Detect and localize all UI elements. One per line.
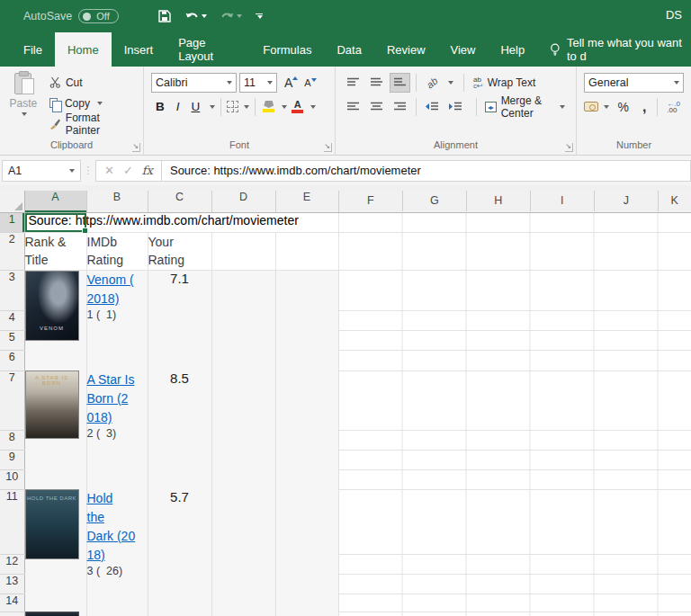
cell-poster-venom[interactable]: VENOM [24, 270, 86, 370]
empty-cells[interactable] [338, 310, 691, 330]
col-header-i[interactable]: I [531, 191, 595, 211]
align-center-button[interactable] [366, 97, 387, 117]
alignment-dialog-launcher[interactable]: ↘ [565, 143, 573, 152]
cut-button[interactable]: Cut [47, 73, 139, 92]
enter-button[interactable]: ✓ [123, 164, 133, 177]
col-header-h[interactable]: H [467, 191, 531, 211]
cell-d-block3[interactable] [211, 489, 275, 612]
tab-help[interactable]: Help [488, 32, 537, 67]
middle-align-button[interactable] [366, 73, 387, 93]
number-format-combo[interactable]: General [584, 73, 684, 93]
movie-link-venom[interactable]: Venom ( 2018) [87, 271, 148, 308]
row-header-9[interactable]: 9 [0, 450, 24, 469]
font-color-caret[interactable] [310, 105, 316, 109]
row-header-4[interactable]: 4 [0, 310, 24, 330]
cell-d-block2[interactable] [211, 370, 275, 489]
cell-a1[interactable]: Source: https://www.imdb.com/chart/movie… [24, 212, 338, 232]
font-size-combo[interactable]: 11 [239, 73, 277, 93]
name-box[interactable]: A1 [2, 160, 81, 182]
cell-rating-dark[interactable]: 5.7 [148, 489, 211, 612]
row-header-14[interactable]: 14 [0, 594, 24, 612]
copy-button[interactable]: Copy [47, 94, 139, 112]
grow-font-button[interactable]: A [280, 76, 297, 90]
customize-qat-button[interactable] [250, 12, 268, 22]
wrap-text-button[interactable]: abc↩ Wrap Text [470, 73, 539, 93]
font-dialog-launcher[interactable]: ↘ [324, 143, 332, 152]
italic-button[interactable]: I [172, 100, 184, 113]
empty-cells[interactable] [338, 574, 691, 594]
underline-button[interactable]: U [187, 100, 205, 113]
formula-input[interactable]: Source: https://www.imdb.com/chart/movie… [162, 160, 691, 182]
tab-data[interactable]: Data [324, 32, 373, 67]
shrink-font-button[interactable]: A [300, 77, 315, 88]
cancel-button[interactable]: ✕ [104, 164, 114, 177]
tab-home[interactable]: Home [55, 32, 112, 67]
save-button[interactable] [153, 6, 176, 26]
row-header-2[interactable]: 2 [0, 232, 24, 270]
col-header-e[interactable]: E [275, 191, 338, 212]
bottom-align-button[interactable] [390, 73, 410, 93]
orientation-button[interactable]: ab [422, 73, 443, 93]
font-name-combo[interactable]: Calibri [151, 73, 237, 93]
tab-insert[interactable]: Insert [112, 32, 166, 67]
empty-cells[interactable] [338, 612, 691, 616]
empty-cells[interactable] [338, 370, 691, 430]
tab-view[interactable]: View [438, 32, 489, 67]
col-header-d[interactable]: D [211, 191, 275, 212]
merge-center-caret[interactable] [560, 105, 565, 109]
row-header-6[interactable]: 6 [0, 350, 24, 370]
cell-e-block1[interactable] [275, 270, 338, 370]
comma-style-button[interactable]: , [637, 99, 651, 115]
row-header-8[interactable]: 8 [0, 430, 24, 450]
cell-d15[interactable] [211, 612, 275, 616]
row-header-11[interactable]: 11 [0, 489, 24, 554]
accounting-format-icon[interactable] [584, 102, 598, 112]
merge-center-button[interactable]: Merge & Center [481, 97, 569, 117]
fill-color-caret[interactable] [282, 105, 287, 109]
row-header-15[interactable] [0, 612, 24, 616]
col-header-g[interactable]: G [403, 191, 467, 211]
underline-dropdown-caret[interactable] [210, 105, 215, 109]
redo-dropdown-caret[interactable] [237, 14, 242, 18]
tab-review[interactable]: Review [374, 32, 438, 67]
col-header-a[interactable]: A [24, 191, 86, 212]
font-color-button[interactable]: A [290, 100, 305, 113]
movie-poster-hold-the-dark[interactable]: HOLD THE DARK [25, 489, 79, 559]
cell-title-venom[interactable]: Venom ( 2018) 1 ( 1) [86, 270, 148, 370]
row-header-12[interactable]: 12 [0, 554, 24, 574]
redo-button[interactable] [215, 7, 247, 25]
empty-cells[interactable] [338, 270, 691, 310]
borders-icon[interactable] [227, 101, 238, 112]
cell-d2[interactable] [211, 232, 275, 270]
row-header-5[interactable]: 5 [0, 330, 24, 350]
empty-cells[interactable] [338, 330, 691, 350]
cell-e2[interactable] [275, 232, 338, 270]
select-all-corner[interactable] [0, 191, 24, 212]
empty-cells[interactable] [338, 212, 691, 232]
cell-rating-star[interactable]: 8.5 [148, 370, 211, 489]
col-header-j[interactable]: J [595, 191, 659, 211]
cell-rating-venom[interactable]: 7.1 [148, 270, 211, 370]
cell-poster-dark[interactable]: HOLD THE DARK [24, 489, 86, 612]
decrease-indent-button[interactable] [422, 97, 443, 117]
tell-me-box[interactable]: Tell me what you want to d [550, 32, 691, 67]
row-header-10[interactable]: 10 [0, 469, 24, 489]
row-header-13[interactable]: 13 [0, 574, 24, 594]
borders-dropdown-caret[interactable] [244, 105, 249, 109]
copy-dropdown-caret[interactable] [97, 102, 103, 105]
col-header-f[interactable]: F [339, 191, 403, 211]
paste-dropdown-caret[interactable] [22, 112, 27, 116]
col-header-k[interactable]: K [659, 191, 691, 211]
empty-cells[interactable] [338, 554, 691, 574]
tab-page-layout[interactable]: Page Layout [166, 32, 250, 67]
tab-formulas[interactable]: Formulas [250, 32, 324, 67]
cell-poster-star[interactable]: A STAR IS BORN [24, 370, 86, 489]
insert-function-button[interactable]: fx [142, 164, 153, 177]
cell-c2[interactable]: Your Rating [148, 232, 211, 270]
autosave-toggle[interactable]: AutoSave Off [23, 9, 119, 23]
empty-cells[interactable] [338, 469, 691, 489]
empty-cells[interactable] [338, 489, 691, 554]
empty-cells[interactable] [338, 232, 691, 270]
empty-cells[interactable] [338, 430, 691, 450]
cell-poster-next[interactable] [24, 612, 86, 616]
